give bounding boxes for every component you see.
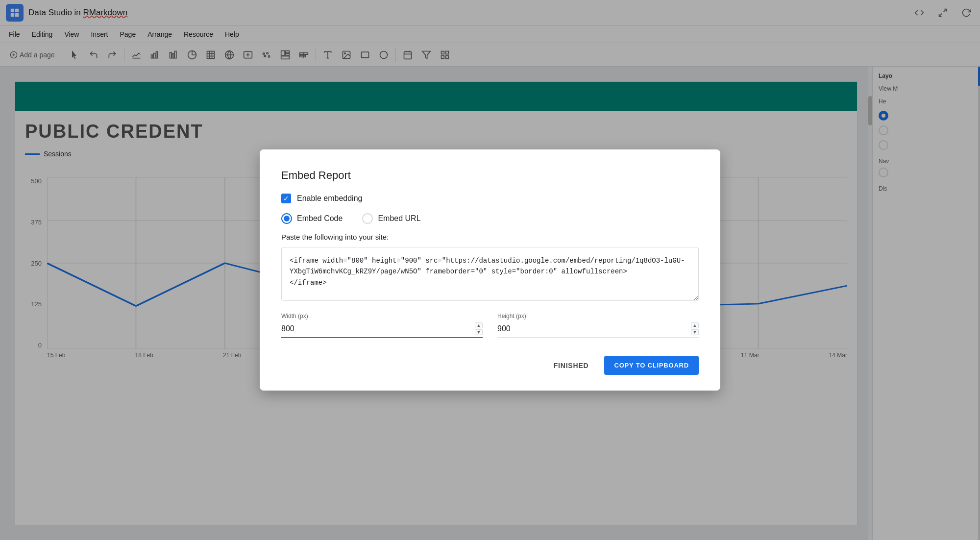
height-field: Height (px) ▲ ▼ [497, 313, 699, 338]
embed-url-radio[interactable] [362, 213, 373, 224]
enable-embedding-row: ✓ Enable embedding [281, 194, 699, 203]
embed-code-option[interactable]: Embed Code [281, 213, 343, 224]
finished-button[interactable]: FINISHED [546, 357, 597, 374]
modal-title: Embed Report [281, 169, 699, 182]
height-spinner: ▲ ▼ [691, 322, 699, 335]
width-down-button[interactable]: ▼ [475, 329, 483, 335]
width-field: Width (px) ▲ ▼ [281, 313, 483, 338]
height-label: Height (px) [497, 313, 699, 319]
dimensions-row: Width (px) ▲ ▼ Height (px) ▲ ▼ [281, 313, 699, 338]
width-label: Width (px) [281, 313, 483, 319]
height-up-button[interactable]: ▲ [691, 322, 699, 328]
embed-code-radio[interactable] [281, 213, 292, 224]
paste-label: Paste the following into your site: [281, 233, 699, 241]
width-up-button[interactable]: ▲ [475, 322, 483, 328]
modal-footer: FINISHED COPY TO CLIPBOARD [281, 356, 699, 375]
embed-url-label: Embed URL [378, 214, 420, 223]
embed-code-textarea[interactable] [281, 247, 699, 301]
embed-type-row: Embed Code Embed URL [281, 213, 699, 224]
height-down-button[interactable]: ▼ [691, 329, 699, 335]
modal-overlay: Embed Report ✓ Enable embedding Embed Co… [0, 0, 980, 540]
width-input[interactable] [281, 324, 475, 333]
width-input-wrap: ▲ ▼ [281, 322, 483, 338]
enable-embedding-label: Enable embedding [297, 194, 362, 203]
width-spinner: ▲ ▼ [475, 322, 483, 335]
height-input[interactable] [497, 324, 691, 333]
checkbox-check-icon: ✓ [283, 195, 289, 202]
height-input-wrap: ▲ ▼ [497, 322, 699, 338]
enable-embedding-checkbox[interactable]: ✓ [281, 194, 291, 203]
embed-url-option[interactable]: Embed URL [362, 213, 420, 224]
embed-code-label: Embed Code [297, 214, 343, 223]
embed-report-modal: Embed Report ✓ Enable embedding Embed Co… [260, 149, 720, 391]
copy-to-clipboard-button[interactable]: COPY TO CLIPBOARD [604, 356, 699, 375]
